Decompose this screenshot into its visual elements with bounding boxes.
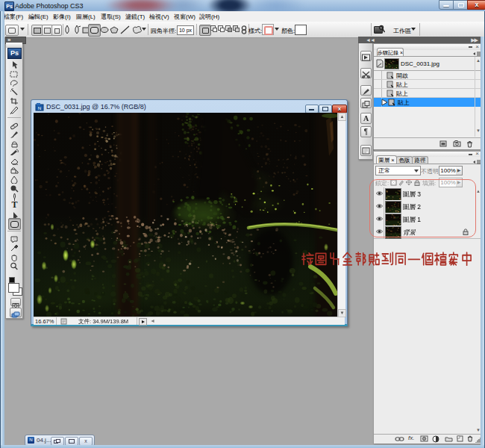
svg-text:N: N: [38, 106, 41, 111]
